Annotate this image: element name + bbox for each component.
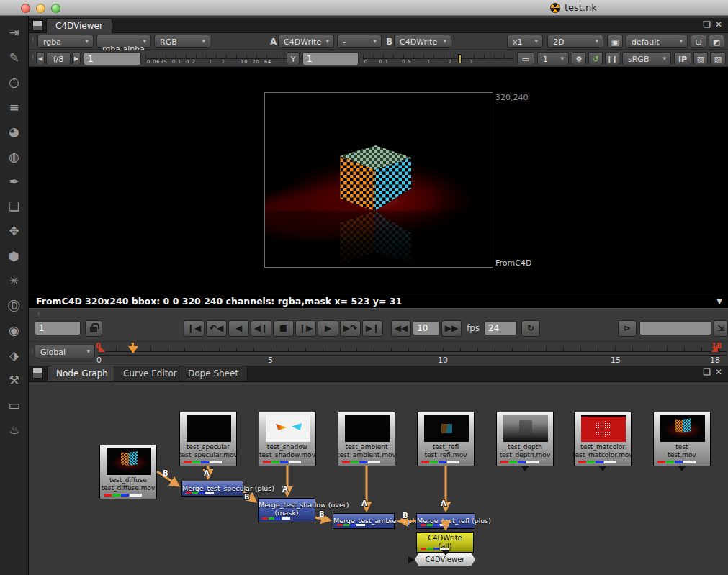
- playhead-marker[interactable]: [128, 346, 138, 353]
- current-frame-field[interactable]: 1: [35, 321, 81, 335]
- alpha-channel-dropdown[interactable]: ▾rgba.alpha: [96, 35, 151, 48]
- viewer-node-c4dviewer[interactable]: C4DViewer: [415, 553, 475, 566]
- zoom-fit-icon[interactable]: ⊡: [691, 35, 706, 48]
- refresh-icon[interactable]: ↺: [588, 52, 603, 65]
- input-process-button[interactable]: IP: [674, 52, 691, 65]
- merge-node-test-specular[interactable]: Merge_test_specular (plus): [181, 481, 243, 497]
- skip-back-button[interactable]: ◀◀: [391, 320, 411, 337]
- tab-node-graph[interactable]: Node Graph: [47, 366, 117, 381]
- panel-menu-icon[interactable]: [32, 368, 43, 379]
- time-icon[interactable]: ◷: [6, 74, 23, 91]
- color-icon[interactable]: ◕: [6, 124, 23, 140]
- loop-mode-icon[interactable]: ↻: [521, 320, 540, 337]
- merge-icon[interactable]: ❏: [6, 199, 23, 215]
- step-forward-button[interactable]: ❙▶: [295, 320, 316, 337]
- lock-range-button[interactable]: [85, 320, 102, 337]
- merge-node-test-refl[interactable]: Merge_test_refl (plus): [416, 513, 475, 529]
- tab-c4dviewer[interactable]: C4DViewer: [46, 18, 112, 33]
- read-node-test-shadow[interactable]: test_shadowtest_shadow.mov: [259, 412, 316, 466]
- tab-curve-editor[interactable]: Curve Editor: [114, 366, 187, 381]
- compare-mode-dropdown[interactable]: ▾-: [337, 35, 382, 48]
- toolsets-icon[interactable]: ⚒: [6, 372, 23, 389]
- status-dropdown-icon[interactable]: ▼: [716, 297, 722, 305]
- lut-dropdown[interactable]: ▾sRGB: [622, 52, 671, 65]
- timeline-handle[interactable]: ⁞: [31, 348, 34, 355]
- viewer-viewport[interactable]: 320,240 FromC4D: [29, 67, 728, 294]
- gamma-slider[interactable]: 0 0.1 0.5 1 2 3: [363, 53, 513, 65]
- input-a-dropdown[interactable]: ▾C4DWrite: [278, 35, 334, 48]
- read-node-test-diffuse[interactable]: test_diffusetest_diffuse.mov: [99, 445, 157, 499]
- skip-forward-button[interactable]: ▶▶: [441, 320, 462, 337]
- play-button[interactable]: ▶: [318, 320, 338, 337]
- read-node-test-specular[interactable]: test_speculartest_specular.mov: [179, 412, 237, 466]
- zoom-level-dropdown[interactable]: ▾x1: [507, 35, 543, 48]
- minimize-window-button[interactable]: [36, 4, 45, 13]
- deep-icon[interactable]: Ⓓ: [6, 298, 23, 314]
- furnace-icon[interactable]: ♨: [6, 422, 23, 438]
- gamma-toggle-button[interactable]: Y: [287, 52, 300, 65]
- tab-dope-sheet[interactable]: Dope Sheet: [179, 366, 248, 381]
- pause-icon[interactable]: ❙❙: [605, 52, 619, 65]
- close-panel-icon[interactable]: ✕: [715, 19, 727, 30]
- step-back-button[interactable]: ◀❙: [251, 320, 271, 337]
- frame-increment-field[interactable]: 10: [413, 321, 440, 335]
- flipbook-icon[interactable]: ⊳: [618, 320, 637, 337]
- channel-icon[interactable]: ≡: [6, 99, 23, 116]
- fstop-next-icon[interactable]: ▶: [72, 52, 81, 65]
- transform-icon[interactable]: ✥: [6, 223, 23, 240]
- next-keyframe-button[interactable]: ▶↷: [340, 320, 361, 337]
- row-handle[interactable]: ⁞: [32, 36, 35, 43]
- camera-icon[interactable]: ▣: [607, 35, 623, 48]
- range-mode-dropdown[interactable]: ▾Global: [35, 345, 95, 358]
- read-node-test[interactable]: testtest.mov: [653, 412, 711, 466]
- prev-keyframe-button[interactable]: ↶◀: [206, 320, 227, 337]
- panel-menu-icon[interactable]: [32, 20, 43, 31]
- zoom-window-button[interactable]: [51, 4, 60, 13]
- read-node-test-matcolor[interactable]: test_matcolortest_matcolor.mov: [574, 412, 632, 466]
- gamma-slider-knob[interactable]: [458, 54, 462, 63]
- render-range-field[interactable]: [639, 321, 711, 335]
- fps-field[interactable]: 24: [484, 321, 517, 335]
- timeline-ruler[interactable]: [99, 351, 727, 356]
- node-graph-canvas[interactable]: test_speculartest_specular.mov test_shad…: [29, 382, 728, 575]
- proxy-dropdown[interactable]: ▾1: [537, 52, 569, 65]
- prev-frame-button[interactable]: ◀: [228, 320, 249, 337]
- metadata-icon[interactable]: ⬗: [6, 348, 23, 364]
- write-node-c4dwrite[interactable]: C4DWrite (all): [416, 532, 474, 553]
- gamma-field[interactable]: 1: [302, 52, 359, 65]
- merge-node-test-ambient[interactable]: Merge_test_ambient (plus): [333, 513, 395, 529]
- read-node-test-depth[interactable]: test_depthtest_depth.mov: [496, 412, 554, 466]
- views-icon[interactable]: ◉: [6, 322, 23, 339]
- read-node-test-refl[interactable]: test_refltest_refl.mov: [417, 412, 475, 466]
- input-b-dropdown[interactable]: ▾C4DWrite: [394, 35, 451, 48]
- close-window-button[interactable]: [21, 4, 30, 13]
- draw-icon[interactable]: ✎: [6, 50, 23, 66]
- merge-node-test-shadow[interactable]: Merge_test_shadow (over) (mask): [258, 498, 315, 522]
- read-node-test-ambient[interactable]: test_ambienttest_ambient.mov: [338, 412, 395, 466]
- monitor-output-icon[interactable]: ▭: [517, 52, 534, 65]
- goto-start-button[interactable]: ❙◀: [184, 320, 205, 337]
- stop-button[interactable]: ■: [273, 320, 294, 337]
- fstop-prev-icon[interactable]: ◀: [36, 52, 45, 65]
- fstop-button[interactable]: f/8: [46, 52, 71, 65]
- 3d-icon[interactable]: ⬢: [6, 248, 23, 265]
- roi-icon[interactable]: ⚙: [572, 52, 586, 65]
- float-panel-icon[interactable]: ❏: [703, 19, 715, 30]
- layout-dropdown[interactable]: ▾default: [626, 35, 688, 48]
- view-mode-dropdown[interactable]: ▾2D: [547, 35, 603, 48]
- display-channel-dropdown[interactable]: ▾RGB: [154, 35, 210, 48]
- render-icon[interactable]: ⇲: [714, 320, 728, 337]
- transport-handle[interactable]: ⁞: [37, 310, 40, 317]
- range-start-marker[interactable]: [99, 345, 105, 352]
- float-panel-icon[interactable]: ❏: [703, 367, 715, 377]
- range-end-marker[interactable]: [711, 345, 718, 352]
- row-handle[interactable]: ⁞: [32, 53, 35, 60]
- pan-zoom-icon[interactable]: ◩: [709, 35, 724, 48]
- gain-field[interactable]: 1: [84, 52, 141, 65]
- keyer-icon[interactable]: ✒: [6, 173, 23, 190]
- goto-end-button[interactable]: ▶❙: [362, 320, 383, 337]
- close-panel-icon[interactable]: ✕: [715, 367, 727, 377]
- channels-dropdown[interactable]: ▾rgba: [37, 35, 94, 48]
- overlay-icon[interactable]: ▧: [710, 52, 726, 65]
- other-icon[interactable]: ▭: [6, 397, 23, 414]
